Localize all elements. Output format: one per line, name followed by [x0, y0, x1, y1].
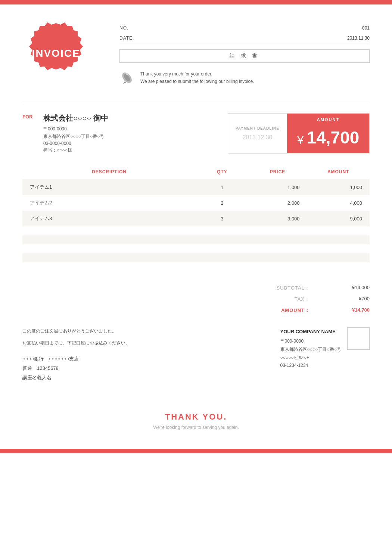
td-description: アイテム2	[22, 195, 196, 211]
date-value: 2013.11.30	[347, 35, 370, 41]
td-qty	[196, 226, 248, 235]
company-address: 東京都渋谷区○○○○丁目○番○号	[280, 346, 342, 354]
bottom-section: この度のご注文誠にありがとうございました。 お支払い期日までに、下記口座にお振込…	[22, 327, 370, 382]
td-price	[248, 226, 307, 235]
date-row: DATE. 2013.11.30	[119, 33, 370, 43]
th-price: PRICE	[248, 165, 307, 179]
note-line2: お支払い期日までに、下記口座にお振込みください。	[22, 339, 130, 347]
invoice-badge: INVOICE	[22, 19, 90, 87]
date-label: DATE.	[119, 35, 134, 41]
th-description: DESCRIPTION	[22, 165, 196, 179]
company-phone: 03-1234-1234	[280, 362, 342, 370]
td-qty: 2	[196, 195, 248, 211]
amount-values: ¥ 14,700	[287, 125, 369, 152]
amount-header: AMOUNT	[287, 114, 369, 125]
td-qty	[196, 262, 248, 271]
td-amount: 9,000	[307, 211, 370, 226]
tax-value: ¥700	[332, 296, 370, 303]
td-description	[22, 226, 196, 235]
table-row: アイテム111,0001,000	[22, 179, 370, 195]
subtotal-value: ¥14,000	[332, 285, 370, 291]
thank-you-line2: We are pleased to submit the following o…	[140, 78, 254, 85]
thank-you-text: Thank you very much for your order. We a…	[140, 70, 254, 86]
thank-you-row: Thank you very much for your order. We a…	[119, 70, 370, 86]
for-company: 株式会社○○○○ 御中	[43, 113, 108, 123]
td-description	[22, 253, 196, 262]
svg-marker-3	[123, 81, 126, 84]
td-price	[248, 244, 307, 253]
td-price: 1,000	[248, 179, 307, 195]
td-amount: 1,000	[307, 179, 370, 195]
tax-label: TAX：	[265, 296, 310, 303]
totals-table: SUBTOTAL： ¥14,000 TAX： ¥700 AMOUNT： ¥14,…	[265, 282, 370, 316]
header-meta: NO. 001 DATE. 2013.11.30	[119, 23, 370, 43]
svg-text:INVOICE: INVOICE	[32, 47, 80, 59]
table-row	[22, 226, 370, 235]
td-price	[248, 262, 307, 271]
totals-section: SUBTOTAL： ¥14,000 TAX： ¥700 AMOUNT： ¥14,…	[22, 282, 370, 316]
td-description: アイテム3	[22, 211, 196, 226]
company-stamp	[347, 327, 370, 350]
table-row	[22, 262, 370, 271]
for-details: 株式会社○○○○ 御中 〒000-0000 東京都渋谷区○○○○丁目○番○号 0…	[43, 113, 108, 154]
no-label: NO.	[119, 25, 128, 31]
amount-row: AMOUNT： ¥14,700	[265, 305, 370, 316]
top-bar	[0, 0, 392, 4]
bank-name: ○○○○銀行 ○○○○○○○支店	[22, 355, 130, 364]
td-qty	[196, 253, 248, 262]
for-address: 東京都渋谷区○○○○丁目○番○号	[43, 133, 108, 140]
thank-you-line1: Thank you very much for your order.	[140, 70, 254, 78]
td-description	[22, 262, 196, 271]
invoice-title-box: 請 求 書	[119, 49, 370, 63]
for-section: FOR 株式会社○○○○ 御中 〒000-0000 東京都渋谷区○○○○丁目○番…	[22, 113, 370, 154]
td-qty	[196, 244, 248, 253]
no-row: NO. 001	[119, 23, 370, 33]
subtotal-label: SUBTOTAL：	[265, 285, 310, 291]
td-amount	[307, 244, 370, 253]
td-description	[22, 235, 196, 244]
amount-total-value: ¥14,700	[332, 307, 370, 314]
invoice-tbody: アイテム111,0001,000アイテム222,0004,000アイテム333,…	[22, 179, 370, 272]
header-info: NO. 001 DATE. 2013.11.30 請 求 書 Thank you…	[90, 19, 370, 86]
amount-full-box: AMOUNT ¥ 14,700	[287, 114, 369, 153]
company-name: YOUR COMPANY NAME	[280, 327, 342, 336]
table-row: アイテム333,0009,000	[22, 211, 370, 226]
amount-total-label: AMOUNT：	[265, 307, 310, 314]
td-qty: 1	[196, 179, 248, 195]
td-price: 3,000	[248, 211, 307, 226]
table-section: DESCRIPTION QTY PRICE AMOUNT アイテム111,000…	[22, 165, 370, 271]
payment-deadline-box: PAYMENT DEADLINE 2013.12.30	[228, 114, 287, 153]
company-info-box: YOUR COMPANY NAME 〒000-0000 東京都渋谷区○○○○丁目…	[280, 327, 370, 370]
for-left: FOR 株式会社○○○○ 御中 〒000-0000 東京都渋谷区○○○○丁目○番…	[22, 113, 228, 154]
table-row: アイテム222,0004,000	[22, 195, 370, 211]
company-building: ○○○○○ビル ○F	[280, 354, 342, 362]
th-qty: QTY	[196, 165, 248, 179]
no-value: 001	[362, 25, 370, 31]
divider	[22, 102, 370, 102]
amount-header-label: AMOUNT	[317, 117, 339, 122]
company-details: YOUR COMPANY NAME 〒000-0000 東京都渋谷区○○○○丁目…	[280, 327, 342, 370]
account-name: 講座名義人名	[22, 373, 130, 383]
footer-sub: We're looking forward to serving you aga…	[0, 425, 392, 430]
table-row	[22, 235, 370, 244]
table-row	[22, 244, 370, 253]
td-qty	[196, 235, 248, 244]
td-amount	[307, 253, 370, 262]
invoice-table: DESCRIPTION QTY PRICE AMOUNT アイテム111,000…	[22, 165, 370, 271]
bottom-bar	[0, 449, 392, 453]
amount-value: 14,700	[307, 129, 360, 146]
company-zip: 〒000-0000	[280, 337, 342, 346]
td-amount	[307, 262, 370, 271]
for-contact: 担当：○○○○様	[43, 147, 108, 154]
th-amount: AMOUNT	[307, 165, 370, 179]
td-description	[22, 244, 196, 253]
payment-amount-box: PAYMENT DEADLINE 2013.12.30 AMOUNT ¥ 14,…	[228, 113, 370, 154]
td-description: アイテム1	[22, 179, 196, 195]
td-price: 2,000	[248, 195, 307, 211]
footer-thank: THANK YOU.	[0, 412, 392, 422]
for-zip: 〒000-0000	[43, 126, 108, 132]
header: INVOICE NO. 001 DATE. 2013.11.30 請 求 書	[0, 4, 392, 98]
bank-info: ○○○○銀行 ○○○○○○○支店 普通 12345678 講座名義人名	[22, 355, 130, 382]
footer: THANK YOU. We're looking forward to serv…	[0, 393, 392, 441]
tax-row: TAX： ¥700	[265, 294, 370, 305]
